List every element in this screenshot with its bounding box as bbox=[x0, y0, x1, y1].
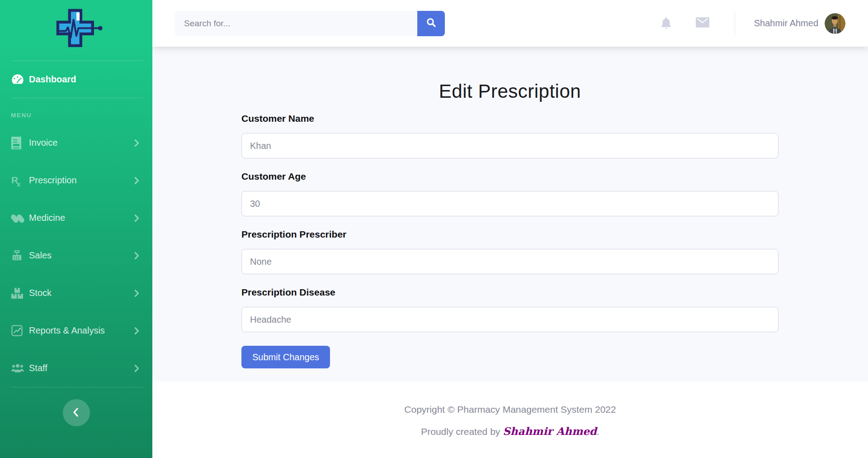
search-input[interactable] bbox=[175, 11, 417, 36]
sidebar-nav: Invoice R x Prescription bbox=[0, 124, 152, 387]
cash-register-icon bbox=[11, 249, 27, 262]
search-form bbox=[175, 11, 445, 36]
sidebar-item-medicine[interactable]: Medicine bbox=[0, 199, 152, 237]
search-icon bbox=[426, 17, 437, 29]
credit-text: Proudly created by Shahmir Ahmed. bbox=[152, 425, 868, 437]
notifications-button[interactable] bbox=[660, 16, 672, 31]
sidebar-item-staff[interactable]: Staff bbox=[0, 349, 152, 387]
chevron-right-icon bbox=[132, 251, 142, 261]
divider bbox=[11, 387, 143, 387]
sidebar-item-label: Stock bbox=[29, 288, 52, 298]
customer-age-input[interactable] bbox=[241, 191, 778, 216]
sidebar-item-label: Medicine bbox=[29, 213, 65, 223]
svg-text:x: x bbox=[17, 180, 21, 187]
pharmacy-logo-icon bbox=[50, 8, 103, 52]
boxes-icon bbox=[11, 287, 27, 299]
chevron-left-icon bbox=[71, 406, 82, 420]
user-avatar bbox=[825, 13, 845, 34]
sidebar-item-sales[interactable]: Sales bbox=[0, 237, 152, 274]
prescription-prescriber-label: Prescription Prescriber bbox=[241, 229, 778, 240]
chevron-right-icon bbox=[132, 138, 142, 148]
users-icon bbox=[11, 363, 27, 373]
sidebar-item-label: Reports & Analysis bbox=[29, 325, 105, 336]
sidebar-menu-heading: MENU bbox=[0, 98, 152, 124]
footer: Copyright © Pharmacy Management System 2… bbox=[152, 382, 868, 458]
customer-name-label: Customer Name bbox=[241, 113, 778, 124]
topbar: Shahmir Ahmed bbox=[152, 0, 868, 47]
customer-age-label: Customer Age bbox=[241, 171, 778, 182]
credit-suffix: . bbox=[597, 426, 599, 437]
sidebar-item-prescription[interactable]: R x Prescription bbox=[0, 162, 152, 199]
credit-prefix: Proudly created by bbox=[421, 426, 503, 437]
tachometer-icon bbox=[11, 73, 27, 86]
sidebar-item-label: Sales bbox=[29, 250, 52, 261]
chevron-right-icon bbox=[132, 363, 142, 373]
file-invoice-icon bbox=[11, 136, 27, 150]
pills-icon bbox=[11, 212, 27, 224]
sidebar-item-label: Staff bbox=[29, 363, 47, 373]
edit-prescription-form: Edit Prescription Customer Name Customer… bbox=[241, 47, 778, 368]
sidebar-item-reports[interactable]: Reports & Analysis bbox=[0, 312, 152, 349]
customer-name-input[interactable] bbox=[241, 133, 778, 158]
sidebar-item-label: Invoice bbox=[29, 138, 57, 148]
chevron-right-icon bbox=[132, 213, 142, 223]
messages-button[interactable] bbox=[696, 17, 709, 29]
sidebar-collapse-button[interactable] bbox=[63, 399, 90, 426]
rx-icon: R x bbox=[11, 174, 27, 187]
chevron-right-icon bbox=[132, 326, 142, 336]
chevron-right-icon bbox=[132, 288, 142, 298]
chevron-right-icon bbox=[132, 176, 142, 186]
bell-icon bbox=[660, 16, 672, 31]
copyright-text: Copyright © Pharmacy Management System 2… bbox=[152, 404, 868, 415]
topbar-divider bbox=[735, 11, 735, 36]
sidebar-item-stock[interactable]: Stock bbox=[0, 274, 152, 312]
sidebar-item-label: Dashboard bbox=[29, 74, 76, 85]
brand-link[interactable] bbox=[0, 0, 152, 61]
main-content: Edit Prescription Customer Name Customer… bbox=[152, 47, 868, 382]
prescription-disease-label: Prescription Disease bbox=[241, 287, 778, 298]
credit-author: Shahmir Ahmed bbox=[503, 425, 597, 437]
page-title: Edit Prescription bbox=[241, 47, 778, 102]
prescription-prescriber-input[interactable] bbox=[241, 249, 778, 274]
submit-changes-button[interactable]: Submit Changes bbox=[241, 346, 330, 368]
prescription-disease-input[interactable] bbox=[241, 307, 778, 332]
user-menu[interactable]: Shahmir Ahmed bbox=[754, 13, 845, 34]
username-label: Shahmir Ahmed bbox=[754, 18, 818, 29]
sidebar-item-label: Prescription bbox=[29, 175, 77, 186]
chart-area-icon bbox=[11, 324, 27, 337]
envelope-icon bbox=[696, 17, 709, 29]
sidebar-item-dashboard[interactable]: Dashboard bbox=[0, 61, 152, 98]
sidebar-item-invoice[interactable]: Invoice bbox=[0, 124, 152, 162]
sidebar: Dashboard MENU Invoice R x Prescription bbox=[0, 0, 152, 458]
search-button[interactable] bbox=[417, 11, 445, 36]
